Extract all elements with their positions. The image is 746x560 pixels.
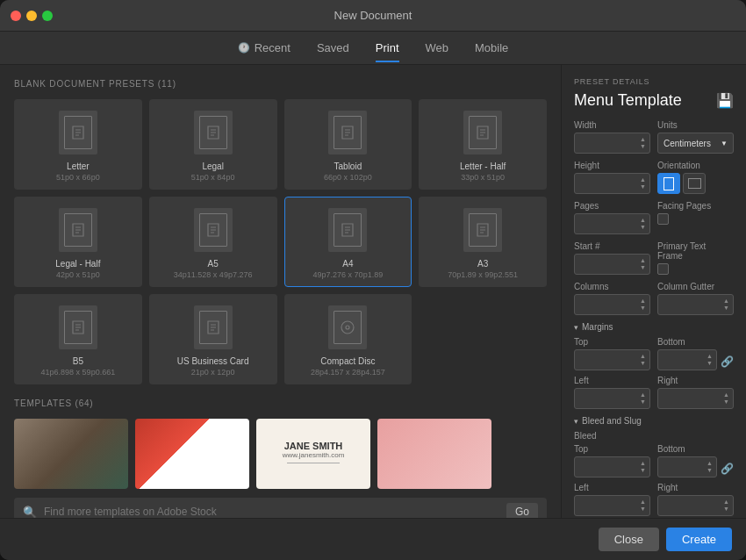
margins-section-divider[interactable]: Margins — [574, 322, 734, 332]
preset-a3-icon — [463, 208, 502, 252]
preset-a5-icon — [194, 208, 233, 252]
preset-legal-size: 51p0 x 84p0 — [191, 173, 235, 182]
preset-compact-disc[interactable]: Compact Disc 28p4.157 x 28p4.157 — [284, 294, 412, 384]
columns-spinners[interactable]: ▲ ▼ — [640, 298, 646, 312]
bleed-top-input[interactable]: 0.3 cm ▲▼ — [574, 456, 650, 477]
create-button[interactable]: Create — [666, 528, 732, 551]
preset-business-card-name: US Business Card — [177, 356, 249, 366]
preset-a5[interactable]: A5 34p11.528 x 49p7.276 — [149, 197, 277, 287]
preset-letter[interactable]: Letter 51p0 x 66p0 — [14, 99, 142, 190]
close-button[interactable] — [11, 11, 21, 21]
bleed-top-label: Top — [574, 444, 650, 454]
bleed-grid: Top 0.3 cm ▲▼ Bottom 0.3 cm ▲▼ 🔗 — [574, 444, 734, 516]
pages-spinners[interactable]: ▲ ▼ — [640, 217, 646, 232]
preset-letter-icon — [59, 111, 97, 154]
facing-pages-checkbox[interactable] — [657, 213, 669, 225]
save-preset-icon[interactable]: 💾 — [716, 92, 734, 109]
margin-top-input[interactable]: 1.3 cm ▲▼ — [574, 349, 650, 370]
pages-input[interactable]: 1 ▲ ▼ — [574, 213, 650, 234]
preset-legal-half[interactable]: Legal - Half 42p0 x 51p0 — [14, 197, 142, 287]
units-group: Units Centimeters ▼ — [657, 120, 734, 154]
preset-letter-size: 51p0 x 66p0 — [56, 173, 100, 182]
preset-tabloid-size: 66p0 x 102p0 — [324, 173, 372, 182]
go-button[interactable]: Go — [506, 503, 538, 518]
ptf-checkbox[interactable] — [657, 263, 669, 275]
gutter-input[interactable]: 0.4233 cm ▲ ▼ — [657, 294, 734, 315]
tab-web[interactable]: Web — [426, 34, 449, 61]
svg-point-0 — [341, 321, 354, 334]
preset-tabloid-icon — [328, 111, 367, 154]
columns-input[interactable]: 1 ▲ ▼ — [574, 294, 650, 315]
width-spinners[interactable]: ▲ ▼ — [640, 136, 646, 151]
margin-bottom-input[interactable]: 1.3 cm ▲▼ — [657, 349, 717, 370]
bleed-link-icon[interactable]: 🔗 — [721, 463, 734, 475]
units-select[interactable]: Centimeters ▼ — [657, 133, 734, 154]
preset-business-card[interactable]: US Business Card 21p0 x 12p0 — [149, 294, 277, 384]
template-4[interactable] — [377, 419, 491, 489]
bleed-right-label: Right — [657, 483, 734, 492]
orientation-label: Orientation — [657, 161, 734, 170]
margin-link-icon[interactable]: 🔗 — [721, 355, 734, 368]
landscape-button[interactable] — [683, 173, 706, 194]
preset-compact-disc-size: 28p4.157 x 28p4.157 — [311, 368, 385, 377]
start-spinners[interactable]: ▲ ▼ — [640, 257, 646, 272]
bleed-right-input[interactable]: 1.3 cm ▲▼ — [657, 495, 734, 516]
preset-letter-half[interactable]: Letter - Half 33p0 x 51p0 — [419, 99, 547, 190]
preset-legal-name: Legal — [202, 162, 223, 171]
preset-tabloid-name: Tabloid — [334, 162, 362, 171]
bleed-right-group: Right 1.3 cm ▲▼ — [657, 483, 734, 516]
tab-recent[interactable]: 🕐 Recent — [238, 34, 291, 61]
bleed-slug-divider[interactable]: Bleed and Slug — [574, 416, 734, 426]
margin-left-input[interactable]: 1.3 cm ▲▼ — [574, 388, 650, 409]
ptf-label: Primary Text Frame — [657, 241, 734, 261]
height-input[interactable]: 29.7 cm ▲ ▼ — [574, 173, 650, 194]
tab-mobile[interactable]: Mobile — [475, 34, 508, 61]
preset-b5[interactable]: B5 41p6.898 x 59p0.661 — [14, 294, 142, 384]
traffic-lights — [11, 11, 53, 21]
facing-pages-group: Facing Pages — [657, 201, 734, 234]
preset-tabloid[interactable]: Tabloid 66p0 x 102p0 — [284, 99, 412, 190]
portrait-icon — [664, 177, 674, 190]
template-3[interactable]: JANE SMITH www.janesmith.com — [256, 419, 370, 489]
start-ptf-row: Start # 1 ▲ ▼ Primary Text Frame — [574, 241, 734, 275]
preset-a4[interactable]: A4 49p7.276 x 70p1.89 — [284, 197, 412, 287]
templates-grid: JANE SMITH www.janesmith.com — [14, 419, 547, 489]
gutter-label: Column Gutter — [657, 282, 734, 291]
bleed-left-group: Left 1.3 cm ▲▼ — [574, 483, 650, 516]
search-icon: 🔍 — [23, 506, 37, 519]
search-input[interactable] — [44, 506, 499, 518]
bleed-bottom-label: Bottom — [657, 444, 717, 454]
pages-label: Pages — [574, 201, 650, 211]
maximize-button[interactable] — [42, 11, 53, 21]
margin-right-input[interactable]: 1.3 cm ▲▼ — [657, 388, 734, 409]
tab-print[interactable]: Print — [376, 34, 399, 61]
margin-right-label: Right — [657, 376, 734, 385]
tab-saved[interactable]: Saved — [317, 34, 349, 61]
preset-a3[interactable]: A3 70p1.89 x 99p2.551 — [419, 197, 547, 287]
columns-label: Columns — [574, 282, 650, 291]
start-input[interactable]: 1 ▲ ▼ — [574, 254, 650, 275]
bleed-left-input[interactable]: 1.3 cm ▲▼ — [574, 495, 650, 516]
preset-legal[interactable]: Legal 51p0 x 84p0 — [149, 99, 277, 190]
height-spinners[interactable]: ▲ ▼ — [640, 176, 646, 191]
bleed-bottom-input[interactable]: 0.3 cm ▲▼ — [657, 456, 717, 477]
portrait-button[interactable] — [657, 173, 680, 194]
template-1[interactable] — [14, 419, 128, 489]
landscape-icon — [688, 178, 701, 189]
preset-a4-size: 49p7.276 x 70p1.89 — [313, 270, 384, 279]
preset-title: Menu Template — [574, 91, 682, 110]
preset-letter-half-icon — [463, 111, 502, 154]
minimize-button[interactable] — [26, 11, 37, 21]
columns-gutter-row: Columns 1 ▲ ▼ Column Gutter 0.4233 cm — [574, 282, 734, 315]
bottom-bar: Close Create — [0, 518, 746, 560]
template-2[interactable] — [135, 419, 249, 489]
preset-letter-name: Letter — [67, 162, 90, 171]
preset-details-label: PRESET DETAILS — [574, 77, 734, 86]
width-group: Width 21 cm ▲ ▼ — [574, 120, 650, 154]
margins-grid: Top 1.3 cm ▲▼ Bottom 1.3 cm ▲▼ 🔗 — [574, 337, 734, 409]
width-input[interactable]: 21 cm ▲ ▼ — [574, 133, 650, 154]
units-label: Units — [657, 120, 734, 130]
close-button[interactable]: Close — [599, 528, 659, 551]
search-bar: 🔍 Go — [14, 498, 547, 518]
gutter-spinners[interactable]: ▲ ▼ — [723, 298, 729, 312]
